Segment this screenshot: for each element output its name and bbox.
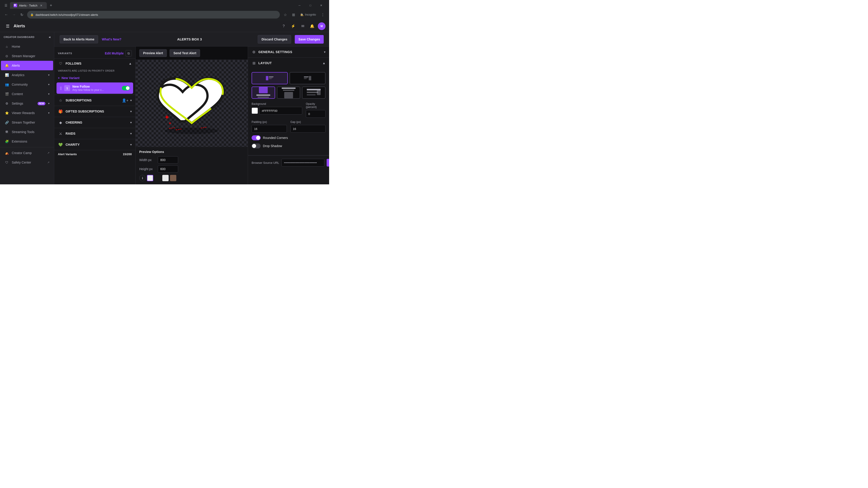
copy-url-btn[interactable]: Copy (327, 159, 329, 166)
minimize-btn[interactable]: ─ (294, 2, 305, 8)
layout-option-image-right[interactable] (289, 72, 326, 84)
rounded-corners-toggle[interactable] (252, 135, 260, 140)
charity-section: 💚 CHARITY ▾ (54, 139, 135, 150)
opacity-input[interactable] (306, 110, 326, 118)
tab-title: Alerts - Twitch (19, 4, 37, 7)
color-swatch-dark[interactable] (155, 175, 161, 181)
sidebar-item-creator-camp[interactable]: ⛺ Creator Camp ↗ (1, 148, 53, 158)
color-swatch-brown[interactable] (170, 175, 176, 181)
svg-rect-7 (269, 78, 272, 79)
back-to-alerts-btn[interactable]: Back to Alerts Home (60, 35, 98, 43)
preview-info-btn[interactable]: ℹ (139, 175, 146, 181)
sidebar-item-safety-center[interactable]: 🛡 Safety Center ↗ (1, 158, 53, 167)
preview-colors: ℹ (139, 175, 244, 181)
sidebar-item-extensions[interactable]: 🧩 Extensions (1, 137, 53, 146)
browser-source-input[interactable] (281, 159, 324, 166)
sidebar-collapse-btn[interactable]: ◂ (49, 35, 51, 39)
settings-panel: ⚙ GENERAL SETTINGS ▾ ⊞ LAYOUT ▲ (248, 46, 329, 184)
bookmark-btn[interactable]: ☆ (282, 11, 289, 18)
sidebar-item-analytics[interactable]: 📊 Analytics ▾ (1, 70, 53, 80)
send-test-alert-btn[interactable]: Send Test Alert (169, 49, 200, 57)
variants-title: VARIANTS (58, 52, 72, 55)
notifications-btn[interactable]: 🔔 (308, 22, 316, 30)
height-input[interactable] (158, 165, 178, 173)
charity-header[interactable]: 💚 CHARITY ▾ (54, 139, 135, 150)
edit-multiple-btn[interactable]: Edit Multiple (105, 50, 124, 57)
reload-btn[interactable]: ↻ (18, 11, 25, 18)
discard-changes-btn[interactable]: Discard Changes (258, 35, 291, 43)
mail-btn[interactable]: ✉ (299, 22, 307, 30)
color-swatch-light[interactable] (162, 175, 168, 181)
sidebar-item-content[interactable]: 🎬 Content ▾ (1, 89, 53, 99)
gifted-subscriptions-header[interactable]: 🎁 GIFTED SUBSCRIPTIONS ▾ (54, 106, 135, 117)
background-input[interactable] (259, 107, 302, 115)
variant-item-new-follow[interactable]: ⣿ 1 New Follow Any new follow to your c.… (57, 83, 133, 94)
page-header: Back to Alerts Home What's New? ALERTS B… (54, 32, 329, 46)
screenshot-btn[interactable]: ⊞ (290, 11, 297, 18)
profile-menu-btn[interactable]: ☰ (3, 2, 9, 8)
forward-nav-btn[interactable]: → (10, 11, 18, 18)
raids-header[interactable]: ⚔ RAIDS ▾ (54, 128, 135, 139)
layout-option-image-left[interactable] (252, 72, 288, 84)
svg-rect-8 (304, 76, 309, 77)
variant-toggle[interactable] (122, 86, 130, 90)
sidebar-item-viewer-rewards[interactable]: ⭐ Viewer Rewards ▾ (1, 108, 53, 118)
background-label: Background (252, 102, 302, 105)
background-opacity-row: Background Opacity (percent) (252, 102, 326, 118)
sidebar-item-stream-manager[interactable]: ⊙ Stream Manager (1, 51, 53, 61)
cheering-header[interactable]: ◆ CHEERING ▾ (54, 117, 135, 128)
general-settings-chevron-icon: ▾ (324, 50, 326, 54)
close-btn[interactable]: ✕ (316, 2, 327, 8)
tab-favicon (13, 4, 17, 7)
incognito-btn[interactable]: 🕵 Incognito (298, 11, 318, 18)
save-changes-btn[interactable]: Save Changes (295, 35, 324, 43)
layout-option-3-center[interactable] (252, 87, 275, 99)
gear-icon: ⚙ (252, 50, 256, 54)
gap-input[interactable] (290, 125, 326, 133)
star-icon: ☆ (58, 98, 63, 103)
avatar-btn[interactable]: M (318, 22, 326, 30)
preview-fields: Width px Height px (139, 156, 244, 173)
help-btn[interactable]: ? (280, 22, 287, 30)
new-variant-btn[interactable]: + New Variant (54, 74, 135, 82)
width-input[interactable] (158, 156, 178, 164)
active-tab[interactable]: Alerts - Twitch ✕ (10, 2, 47, 9)
layout-option-3-text-only[interactable] (302, 87, 326, 99)
tab-close-btn[interactable]: ✕ (39, 3, 43, 7)
subscriptions-section: ☆ SUBSCRIPTIONS 👤+ ▾ (54, 95, 135, 106)
sidebar-item-alerts[interactable]: 🔔 Alerts (1, 61, 53, 70)
new-tab-btn[interactable]: + (48, 2, 54, 8)
copy-variants-btn[interactable]: ⧉ (125, 50, 132, 57)
sidebar-item-streaming-tools[interactable]: 🛠 Streaming Tools (1, 127, 53, 137)
sidebar-label-settings: Settings (12, 102, 35, 105)
subscriptions-header[interactable]: ☆ SUBSCRIPTIONS 👤+ ▾ (54, 95, 135, 106)
more-btn[interactable]: ⋮ (319, 11, 327, 18)
general-settings-header[interactable]: ⚙ GENERAL SETTINGS ▾ (248, 46, 329, 57)
svg-rect-21 (317, 90, 321, 95)
sidebar-item-community[interactable]: 👥 Community ▾ (1, 80, 53, 89)
whats-new-btn[interactable]: What's New? (102, 35, 121, 43)
maximize-btn[interactable]: □ (305, 2, 315, 8)
settings-icon: ⚙ (4, 101, 9, 106)
browser-source-label: Browser Source URL (252, 161, 279, 164)
layout-header[interactable]: ⊞ LAYOUT ▲ (248, 58, 329, 68)
sidebar-item-stream-together[interactable]: 🔗 Stream Together (1, 118, 53, 127)
drop-shadow-label: Drop Shadow (263, 144, 282, 148)
raids-section: ⚔ RAIDS ▾ (54, 128, 135, 139)
drop-shadow-toggle[interactable] (252, 143, 260, 149)
follows-section-header[interactable]: ♡ FOLLOWS ▲ (54, 58, 135, 68)
layout-option-3-alt[interactable] (277, 87, 301, 99)
hamburger-menu-btn[interactable]: ☰ (4, 22, 12, 30)
sidebar-item-home[interactable]: ⌂ Home (1, 42, 53, 51)
back-nav-btn[interactable]: ← (3, 11, 10, 18)
hype-btn[interactable]: ⚡ (289, 22, 297, 30)
sidebar-label-viewer-rewards: Viewer Rewards (12, 111, 45, 115)
address-bar[interactable]: 🔒 dashboard.twitch.tv/u/moodjoy071/strea… (27, 11, 280, 19)
color-swatch-white[interactable] (147, 175, 153, 181)
preview-toolbar: Preview Alert Send Test Alert (135, 46, 248, 60)
sidebar-item-settings[interactable]: ⚙ Settings NEW ▾ (1, 99, 53, 108)
background-color-preview[interactable] (252, 107, 258, 114)
preview-alert-btn[interactable]: Preview Alert (139, 49, 167, 57)
padding-input[interactable] (252, 125, 287, 133)
community-arrow-icon: ▾ (48, 83, 50, 86)
